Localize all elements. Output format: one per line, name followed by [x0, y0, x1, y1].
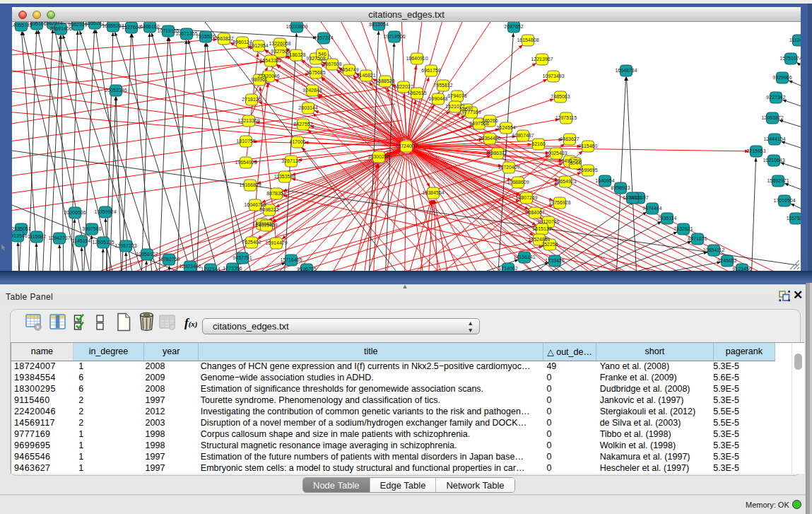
- svg-text:9115460: 9115460: [579, 144, 598, 148]
- svg-text:5498222: 5498222: [259, 207, 278, 212]
- svg-text:989961: 989961: [251, 77, 267, 82]
- svg-text:10671355: 10671355: [175, 31, 197, 36]
- svg-text:1362615: 1362615: [407, 90, 426, 95]
- svg-text:14099489: 14099489: [255, 223, 277, 228]
- svg-text:19384554: 19384554: [422, 190, 444, 195]
- svg-text:12975115: 12975115: [555, 115, 577, 120]
- svg-text:10958107: 10958107: [136, 252, 158, 257]
- svg-text:10025433: 10025433: [545, 151, 567, 156]
- svg-text:15692971: 15692971: [767, 178, 789, 183]
- svg-text:1733426: 1733426: [545, 258, 564, 263]
- svg-text:7955812: 7955812: [433, 83, 452, 88]
- svg-text:1115682: 1115682: [28, 234, 46, 239]
- svg-text:8471676: 8471676: [688, 236, 707, 241]
- svg-text:7632621: 7632621: [673, 226, 693, 231]
- svg-text:7625402: 7625402: [242, 240, 261, 245]
- svg-text:19166829: 19166829: [239, 182, 261, 187]
- svg-text:9245652: 9245652: [717, 258, 736, 263]
- svg-text:14136141: 14136141: [513, 255, 535, 259]
- svg-text:19756928: 19756928: [548, 200, 570, 205]
- svg-text:6990448: 6990448: [428, 96, 447, 101]
- svg-text:8912954: 8912954: [249, 43, 268, 48]
- svg-text:19654923: 19654923: [554, 179, 576, 184]
- svg-text:12213967: 12213967: [531, 57, 553, 62]
- svg-text:9242848: 9242848: [302, 88, 322, 93]
- svg-text:15751074: 15751074: [779, 56, 801, 61]
- svg-text:18807249: 18807249: [515, 195, 537, 200]
- svg-text:2087652: 2087652: [504, 24, 523, 29]
- svg-text:9884067: 9884067: [525, 210, 544, 215]
- svg-text:1145194: 1145194: [72, 238, 91, 243]
- svg-text:1588520: 1588520: [375, 78, 394, 83]
- svg-text:8186328: 8186328: [286, 52, 305, 57]
- svg-text:18300295: 18300295: [367, 154, 389, 159]
- svg-text:10655287: 10655287: [102, 23, 124, 28]
- svg-text:18724007: 18724007: [395, 144, 417, 148]
- svg-text:12093872: 12093872: [761, 115, 783, 120]
- svg-text:12923446: 12923446: [179, 264, 201, 269]
- svg-text:8878352: 8878352: [266, 191, 286, 196]
- svg-text:5322037: 5322037: [394, 84, 413, 89]
- svg-text:10973493: 10973493: [542, 74, 564, 78]
- svg-text:11353594: 11353594: [274, 174, 296, 179]
- svg-text:2367608: 2367608: [322, 62, 341, 66]
- svg-text:16210643: 16210643: [763, 158, 784, 163]
- svg-text:10120746: 10120746: [537, 219, 559, 224]
- svg-text:18640910: 18640910: [406, 56, 428, 61]
- svg-text:3675685: 3675685: [306, 70, 325, 75]
- svg-text:17957223: 17957223: [114, 243, 136, 248]
- svg-text:10807487: 10807487: [512, 133, 534, 138]
- svg-text:546: 546: [318, 52, 326, 57]
- svg-text:7357224: 7357224: [314, 35, 333, 40]
- svg-text:1527602: 1527602: [122, 25, 141, 30]
- svg-text:8427552: 8427552: [293, 122, 312, 127]
- svg-text:12213369: 12213369: [237, 118, 259, 123]
- svg-text:16543382: 16543382: [259, 58, 281, 63]
- svg-text:16033809: 16033809: [286, 24, 307, 29]
- svg-text:2935114: 2935114: [658, 216, 677, 221]
- svg-text:19218506: 19218506: [383, 34, 405, 39]
- svg-text:3997586: 3997586: [82, 226, 101, 231]
- svg-text:3215953: 3215953: [746, 148, 765, 153]
- svg-text:12942737: 12942737: [48, 235, 70, 240]
- svg-text:16046755: 16046755: [244, 202, 266, 207]
- svg-text:9327508: 9327508: [306, 56, 325, 61]
- svg-text:9329966: 9329966: [772, 75, 792, 80]
- svg-text:15716485: 15716485: [280, 257, 302, 262]
- svg-text:252254: 252254: [541, 242, 558, 247]
- svg-text:20691406: 20691406: [49, 26, 71, 31]
- svg-text:20053346: 20053346: [105, 88, 126, 93]
- svg-text:746266: 746266: [481, 118, 498, 123]
- svg-text:16154808: 16154808: [517, 37, 539, 42]
- svg-text:19654925: 19654925: [235, 160, 257, 165]
- svg-text:8813054: 8813054: [369, 22, 388, 27]
- svg-text:12444154: 12444154: [763, 136, 785, 141]
- svg-text:2803144: 2803144: [298, 105, 317, 110]
- svg-text:3267130: 3267130: [281, 158, 300, 163]
- svg-text:6874321: 6874321: [623, 195, 642, 200]
- svg-text:16648784: 16648784: [615, 68, 637, 73]
- svg-text:10654112: 10654112: [703, 247, 725, 252]
- svg-text:1640954: 1640954: [595, 178, 614, 183]
- svg-text:9463627: 9463627: [560, 136, 579, 141]
- svg-text:8958923: 8958923: [611, 185, 630, 190]
- svg-text:20364436: 20364436: [478, 136, 500, 141]
- svg-text:1714062: 1714062: [498, 266, 517, 271]
- svg-text:10688609: 10688609: [507, 180, 529, 185]
- svg-text:3624554: 3624554: [496, 125, 515, 130]
- svg-text:16914479: 16914479: [265, 240, 287, 245]
- svg-text:17359924: 17359924: [94, 209, 116, 214]
- svg-text:9457791: 9457791: [233, 255, 252, 260]
- svg-text:1615132: 1615132: [532, 226, 551, 231]
- svg-text:7485063: 7485063: [551, 94, 570, 99]
- svg-text:16782759: 16782759: [158, 257, 180, 262]
- svg-text:15720407: 15720407: [498, 165, 519, 170]
- svg-text:9777169: 9777169: [461, 110, 481, 115]
- svg-text:7663822: 7663822: [214, 36, 233, 41]
- svg-text:9146821: 9146821: [356, 73, 375, 78]
- svg-text:8454749: 8454749: [339, 67, 358, 72]
- svg-text:1273356: 1273356: [223, 266, 242, 271]
- svg-text:9227342: 9227342: [766, 95, 785, 100]
- svg-text:13226058: 13226058: [269, 41, 290, 46]
- svg-text:2535051: 2535051: [11, 226, 30, 231]
